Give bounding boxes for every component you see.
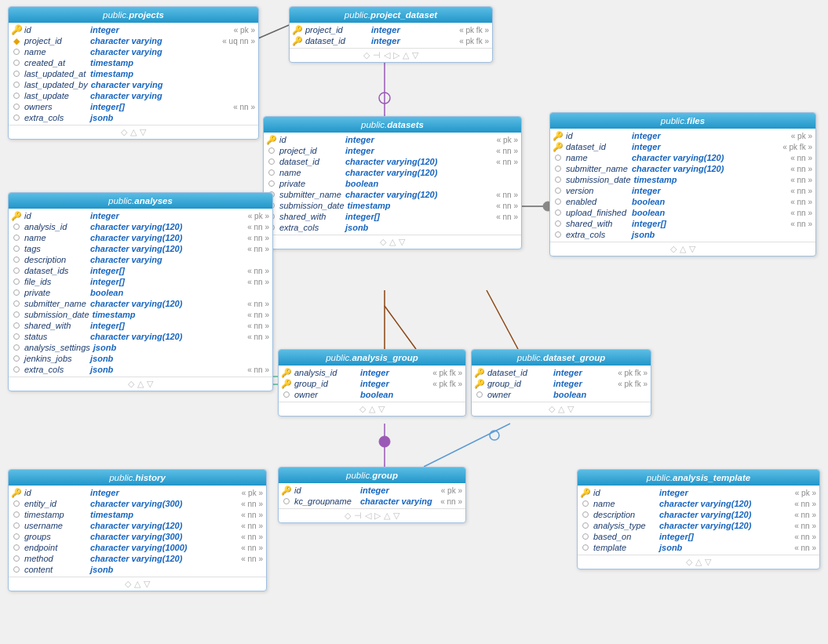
circle-icon: [12, 332, 21, 341]
table-row: shared_with integer[] « nn »: [264, 211, 521, 222]
footer-down[interactable]: ▽: [147, 379, 153, 389]
circle-icon: [553, 164, 563, 173]
circle-icon: [12, 233, 21, 242]
footer-bar-left[interactable]: ⊣: [354, 511, 362, 521]
table-row: last_updated_by character varying: [9, 79, 258, 90]
pk-fk-icon: 🔑: [293, 36, 302, 45]
footer-down[interactable]: ▽: [705, 557, 711, 567]
pk-icon: 🔑: [267, 135, 276, 144]
table-row: 🔑 id integer « pk »: [578, 487, 819, 498]
footer-rt[interactable]: ▷: [374, 511, 381, 521]
footer-diamond[interactable]: ◇: [125, 579, 131, 589]
table-row: private boolean: [264, 178, 521, 189]
footer-down[interactable]: ▽: [399, 237, 405, 247]
pk-fk-icon: 🔑: [553, 142, 563, 151]
table-group-footer: ◇ ⊣ ◁ ▷ △ ▽: [279, 508, 465, 522]
table-projects: public.projects 🔑 id integer « pk » ◆ pr…: [8, 6, 259, 140]
footer-diamond[interactable]: ◇: [549, 404, 555, 414]
circle-icon: [12, 255, 21, 264]
svg-line-17: [487, 290, 518, 349]
table-row: ◆ project_id character varying « uq nn »: [9, 35, 258, 46]
footer-up[interactable]: △: [369, 404, 375, 414]
circle-icon: [267, 157, 276, 166]
table-row: name character varying: [9, 46, 258, 57]
table-row: owners integer[] « nn »: [9, 101, 258, 112]
table-history-body: 🔑 id integer « pk » entity_id character …: [9, 486, 266, 577]
table-dataset-group-header: public.dataset_group: [472, 350, 651, 366]
table-files-footer: ◇ △ ▽: [550, 242, 815, 256]
circle-icon: [12, 102, 21, 111]
table-row: method character varying(120) « nn »: [9, 553, 266, 564]
circle-icon: [12, 354, 21, 363]
footer-rt[interactable]: ▷: [393, 50, 399, 60]
footer-up[interactable]: △: [134, 579, 140, 589]
svg-line-9: [385, 306, 416, 349]
table-project-dataset: public.project_dataset 🔑 project_id inte…: [289, 6, 493, 63]
footer-diamond[interactable]: ◇: [686, 557, 692, 567]
circle-icon: [282, 497, 291, 506]
footer-diamond[interactable]: ◇: [345, 511, 351, 521]
table-row: 🔑 group_id integer « pk fk »: [279, 378, 465, 389]
table-row: description character varying: [9, 254, 272, 265]
footer-diamond[interactable]: ◇: [363, 50, 370, 60]
table-row: submitter_name character varying(120) « …: [264, 189, 521, 200]
footer-up[interactable]: △: [558, 404, 564, 414]
pk-icon: 🔑: [12, 488, 21, 497]
table-datasets: public.datasets 🔑 id integer « pk » proj…: [263, 116, 522, 249]
footer-diamond[interactable]: ◇: [670, 244, 677, 254]
footer-down[interactable]: ▽: [689, 244, 695, 254]
circle-icon: [553, 175, 563, 184]
footer-down[interactable]: ▽: [144, 579, 150, 589]
footer-lt[interactable]: ◁: [384, 50, 390, 60]
table-row: dataset_id character varying(120) « nn »: [264, 156, 521, 167]
circle-icon: [553, 219, 563, 228]
footer-down[interactable]: ▽: [378, 404, 385, 414]
footer-lt[interactable]: ◁: [365, 511, 371, 521]
table-analyses: public.analyses 🔑 id integer « pk » anal…: [8, 192, 273, 391]
table-row: 🔑 id integer « pk »: [9, 24, 258, 35]
circle-icon: [12, 365, 21, 374]
footer-up[interactable]: △: [130, 127, 137, 137]
circle-icon: [581, 543, 590, 552]
footer-diamond[interactable]: ◇: [359, 404, 366, 414]
circle-icon: [267, 179, 276, 188]
footer-bar-left[interactable]: ⊣: [373, 50, 381, 60]
footer-up[interactable]: △: [403, 50, 409, 60]
circle-icon: [12, 113, 21, 122]
svg-point-14: [379, 436, 390, 447]
pk-icon: 🔑: [553, 131, 563, 140]
footer-up[interactable]: △: [384, 511, 390, 521]
footer-diamond[interactable]: ◇: [128, 379, 134, 389]
footer-up[interactable]: △: [389, 237, 396, 247]
footer-up[interactable]: △: [680, 244, 686, 254]
circle-icon: [12, 310, 21, 319]
table-analysis-group-footer: ◇ △ ▽: [279, 402, 465, 416]
footer-diamond[interactable]: ◇: [380, 237, 386, 247]
footer-down[interactable]: ▽: [140, 127, 146, 137]
circle-icon: [12, 499, 21, 508]
footer-diamond[interactable]: ◇: [121, 127, 127, 137]
table-row: dataset_ids integer[] « nn »: [9, 265, 272, 276]
table-row: name character varying(120) « nn »: [578, 498, 819, 509]
circle-icon: [12, 288, 21, 297]
table-row: 🔑 id integer « pk »: [264, 134, 521, 145]
circle-icon: [553, 230, 563, 239]
table-row: 🔑 id integer « pk »: [9, 487, 266, 498]
table-row: private boolean: [9, 287, 272, 298]
circle-icon: [553, 186, 563, 195]
table-row: 🔑 dataset_id integer « pk fk »: [472, 367, 651, 378]
table-row: shared_with integer[] « nn »: [9, 320, 272, 331]
table-row: owner boolean: [279, 389, 465, 400]
pk-icon: 🔑: [12, 211, 21, 220]
table-history-footer: ◇ △ ▽: [9, 577, 266, 591]
circle-icon: [282, 390, 291, 399]
footer-down[interactable]: ▽: [393, 511, 399, 521]
footer-down[interactable]: ▽: [567, 404, 574, 414]
pk-icon: 🔑: [12, 25, 21, 35]
footer-down[interactable]: ▽: [412, 50, 418, 60]
table-datasets-footer: ◇ △ ▽: [264, 235, 521, 249]
table-row: name character varying(120) « nn »: [550, 152, 815, 163]
footer-up[interactable]: △: [695, 557, 702, 567]
footer-up[interactable]: △: [137, 379, 144, 389]
circle-icon: [12, 532, 21, 541]
